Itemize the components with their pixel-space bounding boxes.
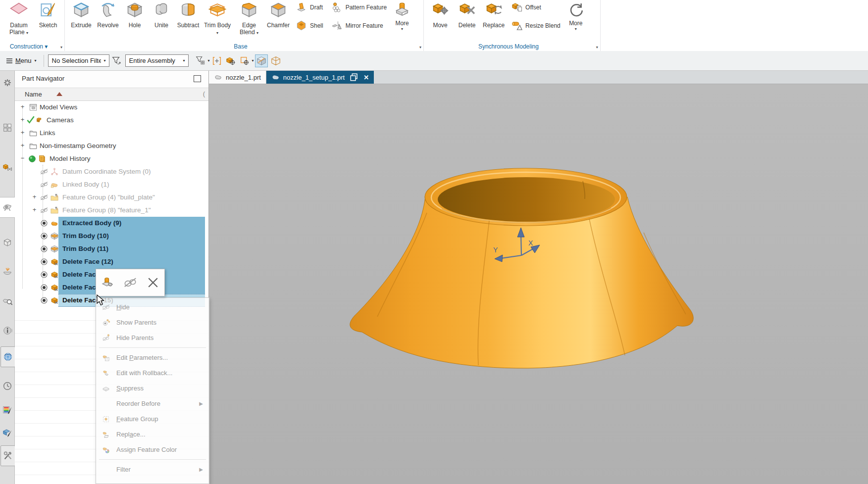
expander-icon[interactable]: + bbox=[20, 103, 25, 110]
hidden-eye-icon[interactable] bbox=[40, 180, 49, 189]
trim-body-button[interactable]: Trim Body ▾ bbox=[202, 0, 233, 37]
hide-button[interactable] bbox=[121, 274, 139, 291]
menu-item-feature-group[interactable]: Feature Group bbox=[96, 411, 209, 427]
visible-eye-icon[interactable] bbox=[40, 219, 49, 228]
chevron-down-icon[interactable]: ▾ bbox=[208, 58, 210, 63]
info-icon[interactable] bbox=[0, 321, 15, 340]
menu-item-hide[interactable]: Hide bbox=[96, 299, 209, 315]
draft-button[interactable]: Draft bbox=[296, 1, 323, 13]
filter-reset-icon[interactable] bbox=[110, 55, 122, 67]
menu-item-suppress[interactable]: Suppress bbox=[96, 381, 209, 396]
revolve-button[interactable]: Revolve bbox=[95, 0, 121, 30]
menu-item-assign-feature-color[interactable]: Assign Feature Color bbox=[96, 442, 209, 457]
group-dialog-launcher-icon[interactable]: ▾ bbox=[60, 45, 62, 49]
settings-gear-icon[interactable] bbox=[0, 73, 15, 93]
mirror-feature-button[interactable]: Mirror Feature bbox=[331, 20, 387, 31]
search-icon[interactable] bbox=[0, 291, 15, 311]
tree-row-linked-body-1[interactable]: Linked Body (1) bbox=[15, 178, 209, 191]
expander-icon[interactable]: + bbox=[20, 129, 25, 136]
extrude-button[interactable]: Extrude bbox=[68, 0, 95, 30]
hidden-eye-icon[interactable] bbox=[40, 206, 49, 215]
expander-icon[interactable]: + bbox=[20, 142, 25, 149]
edge-blend-button[interactable]: Edge Blend ▾ bbox=[233, 0, 265, 37]
selection-filter-combobox[interactable]: No Selection Filter ▾ bbox=[48, 54, 109, 67]
visualization-icon[interactable] bbox=[0, 423, 15, 442]
tree-row-extracted-body-9[interactable]: Extracted Body (9) bbox=[15, 217, 209, 230]
menu-item-hide-parents[interactable]: Hide Parents bbox=[96, 330, 209, 345]
visible-eye-icon[interactable] bbox=[40, 283, 49, 292]
hole-button[interactable]: Hole bbox=[121, 0, 148, 30]
reuse-library-icon[interactable] bbox=[0, 233, 15, 252]
tab-nozzle-1[interactable]: nozzle_1.prt bbox=[209, 71, 266, 84]
menu-item-edit-with-rollback[interactable]: Edit with Rollback... bbox=[96, 365, 209, 381]
sketch-button[interactable]: Sketch bbox=[35, 0, 61, 30]
visible-eye-icon[interactable] bbox=[40, 257, 49, 266]
expander-icon[interactable]: + bbox=[20, 116, 25, 123]
close-tab-icon[interactable]: ✕ bbox=[363, 74, 369, 81]
shaded-view-icon[interactable] bbox=[255, 54, 268, 67]
viewport-canvas[interactable]: Y X bbox=[209, 84, 868, 484]
part-navigator-icon[interactable] bbox=[0, 197, 15, 218]
tools-icon[interactable] bbox=[0, 445, 15, 466]
resize-blend-button[interactable]: Resize Blend bbox=[511, 20, 561, 31]
sort-ascending-icon[interactable] bbox=[56, 92, 62, 96]
expander-icon[interactable]: + bbox=[32, 194, 37, 200]
datum-plane-button[interactable]: Datum Plane ▾ bbox=[3, 0, 35, 37]
tree-row-trim-body-11[interactable]: Trim Body (11) bbox=[15, 242, 209, 255]
tree-column-header[interactable]: Name ( bbox=[15, 88, 209, 101]
replace-button[interactable]: Replace bbox=[480, 0, 507, 30]
assembly-navigator-icon[interactable] bbox=[0, 118, 15, 138]
tree-row-trim-body-10[interactable]: Trim Body (10) bbox=[15, 230, 209, 242]
subtract-button[interactable]: Subtract bbox=[175, 0, 202, 30]
unite-button[interactable]: Unite bbox=[148, 0, 175, 30]
datum-target-icon[interactable] bbox=[239, 55, 251, 67]
nozzle-3d-model[interactable] bbox=[350, 168, 693, 368]
wcs-orient-icon[interactable] bbox=[225, 55, 237, 67]
menu-item-edit-parameters[interactable]: Edit Parameters... bbox=[96, 350, 209, 365]
column-scroll-icon[interactable]: ( bbox=[203, 90, 205, 97]
menu-item-filter[interactable]: Filter▶ bbox=[96, 462, 209, 477]
edit-parameters-button[interactable] bbox=[99, 274, 116, 291]
manufacturing-icon[interactable] bbox=[0, 261, 15, 281]
visible-eye-icon[interactable] bbox=[40, 296, 49, 305]
web-browser-icon[interactable] bbox=[0, 346, 15, 367]
tree-row-cameras[interactable]: +Cameras bbox=[15, 114, 209, 127]
delete-button[interactable] bbox=[144, 274, 162, 291]
filter-grid-icon[interactable] bbox=[195, 55, 206, 67]
wireframe-view-icon[interactable] bbox=[270, 55, 282, 67]
history-icon[interactable] bbox=[0, 376, 15, 396]
tree-row-model-history[interactable]: −Model History bbox=[15, 152, 209, 165]
expander-icon[interactable]: − bbox=[20, 155, 25, 162]
constraint-navigator-icon[interactable] bbox=[0, 157, 15, 177]
chamfer-button[interactable]: Chamfer bbox=[265, 0, 292, 30]
visible-eye-icon[interactable] bbox=[40, 244, 49, 253]
chevron-down-icon[interactable]: ▾ bbox=[101, 58, 109, 63]
tree-row-non-timestamp-geometry[interactable]: +Non-timestamp Geometry bbox=[15, 140, 209, 152]
menu-item-reorder-before[interactable]: Reorder Before▶ bbox=[96, 396, 209, 411]
expander-icon[interactable]: + bbox=[32, 206, 37, 213]
maximize-panel-icon[interactable] bbox=[194, 75, 201, 82]
tree-row-datum-coordinate-system-0[interactable]: Datum Coordinate System (0) bbox=[15, 165, 209, 178]
tree-row-feature-group-4-build-plate[interactable]: +Feature Group (4) "build_plate" bbox=[15, 191, 209, 204]
visible-eye-icon[interactable] bbox=[40, 270, 49, 279]
pattern-feature-button[interactable]: Pattern Feature bbox=[331, 1, 387, 13]
delete-button[interactable]: Delete bbox=[454, 0, 480, 30]
scope-combobox[interactable]: Entire Assembly ▾ bbox=[125, 54, 189, 67]
tab-nozzle-1-setup-1[interactable]: nozzle_1_setup_1.prt ✕ bbox=[266, 71, 374, 84]
tree-row-model-views[interactable]: +Model Views bbox=[15, 101, 209, 114]
restore-window-icon[interactable] bbox=[350, 73, 358, 82]
snap-point-icon[interactable] bbox=[211, 55, 223, 67]
group-dialog-launcher-icon[interactable]: ▾ bbox=[596, 45, 598, 49]
tree-row-links[interactable]: +Links bbox=[15, 127, 209, 140]
hidden-eye-icon[interactable] bbox=[40, 167, 49, 176]
more-button[interactable]: More▾ bbox=[391, 0, 413, 31]
menu-item-show-parents[interactable]: Show Parents bbox=[96, 315, 209, 330]
group-dialog-launcher-icon[interactable]: ▾ bbox=[419, 45, 421, 49]
menu-button[interactable]: Menu ▾ bbox=[3, 55, 40, 66]
materials-icon[interactable] bbox=[0, 400, 15, 420]
move-button[interactable]: Move bbox=[427, 0, 454, 30]
menu-item-replace[interactable]: Replace... bbox=[96, 427, 209, 442]
chevron-down-icon[interactable]: ▾ bbox=[180, 58, 188, 63]
offset-button[interactable]: Offset bbox=[511, 1, 561, 13]
visible-eye-icon[interactable] bbox=[40, 232, 49, 241]
